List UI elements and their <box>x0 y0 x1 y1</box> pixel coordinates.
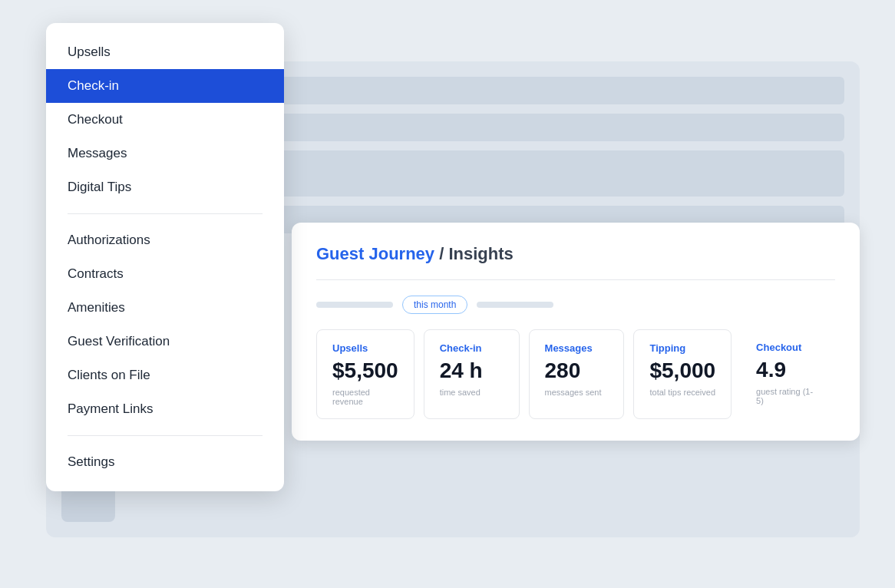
insights-title-gray: / Insights <box>439 244 514 263</box>
sidebar-item-upsells[interactable]: Upsells <box>46 35 284 69</box>
time-filter-badge[interactable]: this month <box>402 296 467 314</box>
filter-bar-right <box>477 302 553 308</box>
metric-label-messages: Messages <box>545 342 609 354</box>
menu-divider-2 <box>68 435 263 436</box>
sidebar-item-clients-on-file[interactable]: Clients on File <box>46 358 284 392</box>
insights-card: Guest Journey / Insights this month Upse… <box>292 223 860 441</box>
time-filter-row: this month <box>316 296 835 314</box>
sidebar-item-payment-links[interactable]: Payment Links <box>46 392 284 426</box>
metric-upsells: Upsells $5,500 requested revenue <box>316 329 414 419</box>
sidebar-item-settings[interactable]: Settings <box>46 445 284 479</box>
sidebar-item-messages[interactable]: Messages <box>46 137 284 170</box>
metric-sub-tipping: total tips received <box>649 388 715 397</box>
sidebar-item-authorizations[interactable]: Authorizations <box>46 223 284 257</box>
menu-divider-1 <box>68 213 263 214</box>
sidebar-menu: Upsells Check-in Checkout Messages Digit… <box>46 23 284 491</box>
metric-checkin: Check-in 24 h time saved <box>424 329 520 419</box>
metrics-row: Upsells $5,500 requested revenue Check-i… <box>316 329 835 419</box>
metric-value-tipping: $5,000 <box>649 358 715 383</box>
insights-divider <box>316 279 835 280</box>
metric-sub-upsells: requested revenue <box>332 388 398 406</box>
sidebar-item-contracts[interactable]: Contracts <box>46 257 284 291</box>
metric-tipping: Tipping $5,000 total tips received <box>633 329 732 419</box>
sidebar-item-checkin[interactable]: Check-in <box>46 69 284 103</box>
metric-messages: Messages 280 messages sent <box>529 329 625 419</box>
sidebar-item-amenities[interactable]: Amenities <box>46 291 284 325</box>
metric-label-tipping: Tipping <box>649 342 715 354</box>
metric-value-checkout: 4.9 <box>756 358 820 382</box>
metric-label-upsells: Upsells <box>332 342 398 354</box>
insights-title-blue: Guest Journey <box>316 244 434 263</box>
metric-sub-messages: messages sent <box>545 388 609 397</box>
sidebar-item-digital-tips[interactable]: Digital Tips <box>46 170 284 204</box>
metric-checkout: Checkout 4.9 guest rating (1-5) <box>741 329 835 419</box>
metric-value-upsells: $5,500 <box>332 358 398 383</box>
insights-title: Guest Journey / Insights <box>316 244 835 264</box>
metric-label-checkin: Check-in <box>440 342 504 354</box>
metric-value-checkin: 24 h <box>440 358 504 383</box>
filter-bar-left <box>316 302 393 308</box>
metric-sub-checkout: guest rating (1-5) <box>756 387 820 405</box>
metric-sub-checkin: time saved <box>440 388 504 397</box>
sidebar-item-guest-verification[interactable]: Guest Verification <box>46 325 284 358</box>
sidebar-item-checkout[interactable]: Checkout <box>46 103 284 137</box>
metric-label-checkout: Checkout <box>756 342 820 353</box>
metric-value-messages: 280 <box>545 358 609 383</box>
